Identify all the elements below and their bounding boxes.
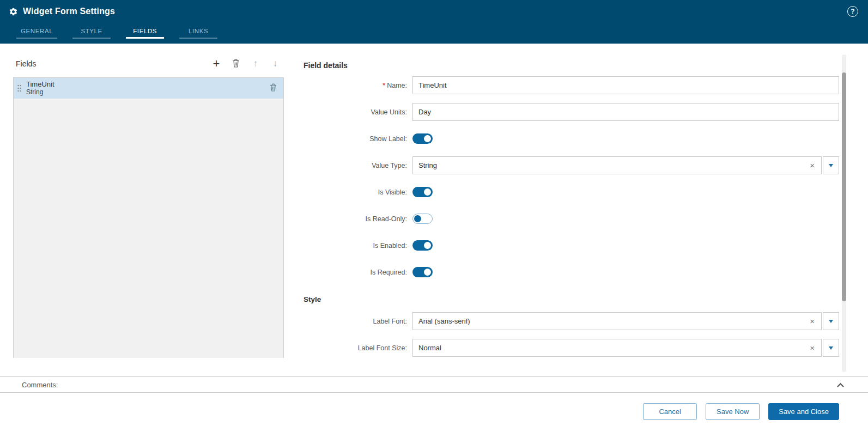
- form-row-name: *Name:: [304, 72, 839, 99]
- save-and-close-button[interactable]: Save and Close: [768, 403, 839, 420]
- show-label-toggle[interactable]: [412, 133, 433, 144]
- delete-item-button[interactable]: [270, 83, 277, 93]
- comments-label: Comments:: [22, 381, 58, 389]
- delete-field-button[interactable]: [230, 58, 241, 70]
- form-row-show-label: Show Label:: [304, 125, 839, 152]
- value-type-label: Value Type:: [304, 162, 412, 169]
- tab-links[interactable]: LINKS: [179, 23, 217, 39]
- is-required-label: Is Required:: [304, 269, 412, 276]
- fields-toolbar: + ↑ ↓: [211, 58, 281, 70]
- show-label-label: Show Label:: [304, 135, 412, 143]
- label-font-dropdown-button[interactable]: [823, 312, 839, 330]
- is-enabled-label: Is Enabled:: [304, 242, 412, 250]
- trash-icon: [270, 83, 277, 93]
- chevron-down-icon: [829, 346, 833, 350]
- name-input[interactable]: [412, 76, 839, 94]
- form-row-is-required: Is Required:: [304, 259, 839, 285]
- is-visible-toggle[interactable]: [412, 187, 433, 197]
- field-item-name: TimeUnit: [26, 80, 54, 88]
- form-row-label-font-size: Label Font Size: Normal ×: [304, 334, 839, 358]
- style-section-heading: Style: [304, 295, 839, 303]
- move-field-up-button[interactable]: ↑: [250, 58, 261, 70]
- fields-list: TimeUnit String: [13, 77, 284, 358]
- tab-bar: GENERAL STYLE FIELDS LINKS: [0, 23, 868, 39]
- toggle-knob: [414, 215, 421, 222]
- main-content: Fields + ↑ ↓: [0, 44, 868, 358]
- fields-panel-title: Fields: [16, 59, 36, 68]
- chevron-down-icon: [829, 164, 833, 167]
- tab-style[interactable]: STYLE: [72, 23, 111, 39]
- form-row-is-read-only: Is Read-Only:: [304, 205, 839, 232]
- cancel-button[interactable]: Cancel: [643, 403, 697, 420]
- move-field-down-button[interactable]: ↓: [270, 58, 281, 70]
- clear-icon[interactable]: ×: [808, 343, 817, 352]
- label-font-size-value: Normal: [418, 344, 808, 352]
- label-font-size-label: Label Font Size:: [304, 344, 412, 352]
- drag-handle-icon[interactable]: [17, 84, 21, 92]
- tab-fields[interactable]: FIELDS: [126, 23, 164, 39]
- required-marker: *: [383, 82, 385, 89]
- widget-form-settings-dialog: Widget Form Settings ? GENERAL STYLE FIE…: [0, 0, 868, 432]
- label-font-size-dropdown-button[interactable]: [823, 339, 839, 357]
- fields-panel-header: Fields + ↑ ↓: [13, 58, 284, 70]
- page-title: Widget Form Settings: [23, 7, 115, 16]
- trash-icon: [232, 59, 240, 69]
- toggle-knob: [424, 269, 431, 276]
- form-row-value-units: Value Units:: [304, 99, 839, 125]
- name-label: *Name:: [304, 82, 412, 89]
- form-row-value-type: Value Type: String ×: [304, 152, 839, 179]
- fields-panel: Fields + ↑ ↓: [13, 58, 284, 358]
- collapse-comments-button[interactable]: [836, 380, 845, 390]
- header: Widget Form Settings ? GENERAL STYLE FIE…: [0, 0, 868, 44]
- label-font-value: Arial (sans-serif): [418, 317, 808, 325]
- tab-general[interactable]: GENERAL: [16, 23, 57, 39]
- clear-icon[interactable]: ×: [808, 317, 817, 326]
- value-units-input[interactable]: [412, 103, 839, 121]
- field-item-type: String: [26, 88, 54, 96]
- footer-actions: Cancel Save Now Save and Close: [643, 403, 839, 420]
- field-item-text: TimeUnit String: [26, 80, 54, 96]
- gear-icon: [9, 7, 18, 16]
- title-row: Widget Form Settings ?: [0, 0, 868, 23]
- field-details-form: *Name: Value Units: Show Label:: [304, 72, 839, 358]
- field-details-panel: Field details *Name: Value Units: Show L…: [304, 44, 839, 358]
- toggle-knob: [424, 188, 431, 196]
- clear-icon[interactable]: ×: [808, 161, 817, 170]
- is-read-only-label: Is Read-Only:: [304, 215, 412, 223]
- value-units-label: Value Units:: [304, 108, 412, 116]
- chevron-up-icon: [837, 382, 844, 390]
- list-item-timeunit[interactable]: TimeUnit String: [14, 78, 283, 99]
- label-font-input[interactable]: Arial (sans-serif) ×: [412, 312, 822, 330]
- field-details-title: Field details: [304, 61, 839, 70]
- toggle-knob: [424, 242, 431, 249]
- is-visible-label: Is Visible:: [304, 188, 412, 196]
- add-field-button[interactable]: +: [211, 58, 222, 70]
- save-now-button[interactable]: Save Now: [706, 403, 760, 420]
- form-row-is-enabled: Is Enabled:: [304, 232, 839, 259]
- form-row-label-font: Label Font: Arial (sans-serif) ×: [304, 308, 839, 334]
- chevron-down-icon: [829, 320, 833, 323]
- value-type-value: String: [418, 161, 808, 169]
- comments-bar: Comments:: [0, 376, 868, 393]
- is-enabled-toggle[interactable]: [412, 240, 433, 251]
- form-row-is-visible: Is Visible:: [304, 179, 839, 205]
- label-font-label: Label Font:: [304, 318, 412, 325]
- vertical-scrollbar[interactable]: [842, 54, 846, 372]
- scrollbar-thumb[interactable]: [842, 72, 846, 301]
- help-icon[interactable]: ?: [847, 6, 858, 17]
- is-read-only-toggle[interactable]: [412, 214, 433, 224]
- toggle-knob: [424, 135, 431, 142]
- label-font-size-input[interactable]: Normal ×: [412, 339, 822, 357]
- value-type-dropdown-button[interactable]: [823, 156, 839, 174]
- is-required-toggle[interactable]: [412, 267, 433, 277]
- value-type-input[interactable]: String ×: [412, 156, 822, 174]
